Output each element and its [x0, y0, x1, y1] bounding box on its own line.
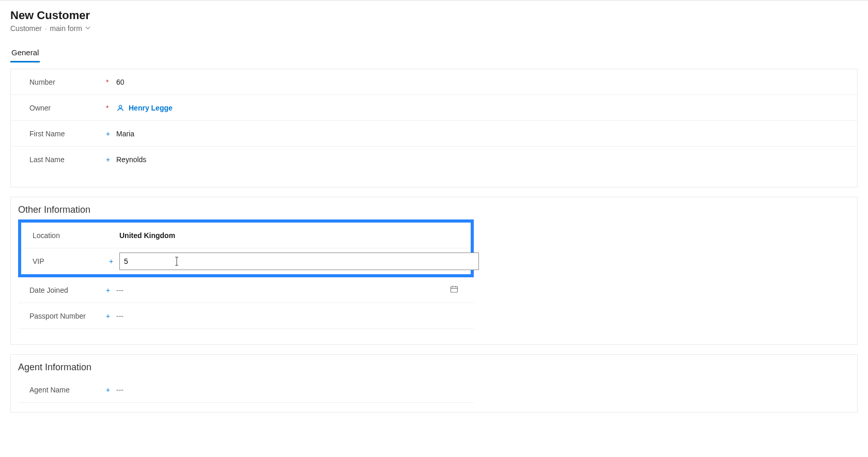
person-icon	[116, 104, 125, 112]
breadcrumb-entity: Customer	[10, 24, 42, 33]
breadcrumb[interactable]: Customer · main form	[10, 24, 858, 33]
highlight-annotation: Location United Kingdom VIP +	[18, 219, 474, 277]
field-row-last-name: Last Name + Reynolds	[11, 147, 857, 172]
field-row-location: Location United Kingdom	[21, 223, 471, 248]
field-row-date-joined: Date Joined + ---	[18, 277, 474, 303]
page-title: New Customer	[10, 9, 858, 22]
agent-name-value[interactable]: ---	[115, 386, 472, 394]
field-row-first-name: First Name + Maria	[11, 121, 857, 147]
svg-point-0	[119, 105, 121, 107]
date-joined-value[interactable]: ---	[115, 286, 472, 294]
recommended-indicator: +	[106, 386, 115, 394]
field-row-number: Number * 60	[11, 69, 857, 95]
required-indicator: *	[106, 104, 115, 112]
breadcrumb-form: main form	[50, 24, 82, 33]
number-label: Number	[29, 78, 106, 86]
section-spacer	[18, 329, 474, 344]
recommended-indicator: +	[109, 257, 118, 265]
breadcrumb-separator: ·	[45, 24, 47, 33]
number-value[interactable]: 60	[115, 78, 847, 86]
owner-label: Owner	[29, 104, 106, 112]
field-row-passport: Passport Number + ---	[18, 303, 474, 329]
section-title-other: Other Information	[11, 197, 857, 219]
vip-input[interactable]	[119, 253, 479, 270]
passport-label: Passport Number	[29, 312, 106, 320]
calendar-icon[interactable]	[450, 285, 458, 295]
section-general: Number * 60 Owner * Henry Legge	[10, 69, 858, 187]
section-other-information: Other Information Location United Kingdo…	[10, 197, 858, 345]
field-row-vip: VIP +	[21, 248, 471, 274]
field-row-owner: Owner * Henry Legge	[11, 95, 857, 121]
svg-rect-1	[451, 287, 458, 292]
recommended-indicator: +	[106, 312, 115, 320]
indicator-spacer	[109, 231, 118, 240]
last-name-label: Last Name	[29, 155, 106, 164]
recommended-indicator: +	[106, 286, 115, 294]
last-name-value[interactable]: Reynolds	[115, 155, 847, 164]
owner-name: Henry Legge	[129, 104, 173, 112]
page-container: New Customer Customer · main form Genera…	[0, 0, 868, 413]
date-joined-label: Date Joined	[29, 286, 106, 294]
section-other-information-wrapper: Other Information Location United Kingdo…	[10, 197, 858, 345]
agent-name-label: Agent Name	[29, 386, 106, 394]
vip-label: VIP	[33, 257, 109, 265]
location-value[interactable]: United Kingdom	[118, 231, 469, 240]
vip-input-container	[118, 253, 481, 270]
form-header: New Customer Customer · main form	[0, 1, 868, 38]
recommended-indicator: +	[106, 155, 115, 164]
first-name-label: First Name	[29, 130, 106, 138]
owner-value-container[interactable]: Henry Legge	[115, 104, 847, 112]
required-indicator: *	[106, 78, 115, 86]
recommended-indicator: +	[106, 130, 115, 138]
section-agent-information-wrapper: Agent Information Agent Name + ---	[10, 354, 858, 413]
section-agent-information: Agent Information Agent Name + ---	[10, 354, 858, 413]
field-row-agent-name: Agent Name + ---	[18, 377, 474, 403]
tab-general[interactable]: General	[10, 45, 40, 62]
location-label: Location	[33, 231, 109, 240]
section-title-agent: Agent Information	[11, 355, 857, 377]
passport-value[interactable]: ---	[115, 312, 472, 320]
chevron-down-icon[interactable]	[85, 25, 90, 31]
tabs: General	[0, 45, 868, 62]
owner-lookup[interactable]: Henry Legge	[116, 104, 847, 112]
first-name-value[interactable]: Maria	[115, 130, 847, 138]
